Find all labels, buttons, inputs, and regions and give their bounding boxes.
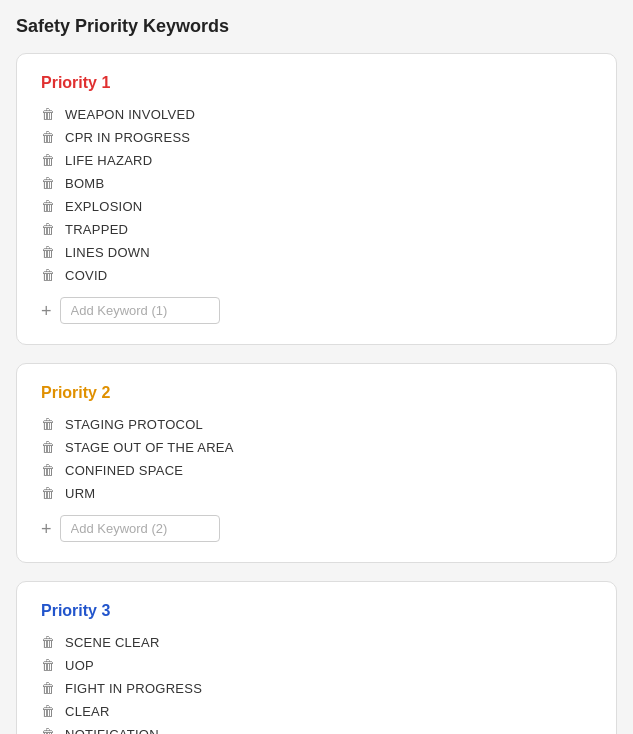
- keyword-row: 🗑CPR IN PROGRESS: [41, 129, 592, 145]
- delete-keyword-icon[interactable]: 🗑: [41, 152, 55, 168]
- add-keyword-input-1[interactable]: [60, 297, 220, 324]
- add-keyword-row: +: [41, 515, 592, 542]
- keyword-text: STAGING PROTOCOL: [65, 417, 203, 432]
- delete-keyword-icon[interactable]: 🗑: [41, 485, 55, 501]
- delete-keyword-icon[interactable]: 🗑: [41, 657, 55, 673]
- keyword-row: 🗑NOTIFICATION: [41, 726, 592, 734]
- keyword-row: 🗑FIGHT IN PROGRESS: [41, 680, 592, 696]
- keyword-row: 🗑UOP: [41, 657, 592, 673]
- keyword-text: LIFE HAZARD: [65, 153, 152, 168]
- delete-keyword-icon[interactable]: 🗑: [41, 680, 55, 696]
- keyword-text: CPR IN PROGRESS: [65, 130, 190, 145]
- keyword-text: CLEAR: [65, 704, 110, 719]
- keyword-text: COVID: [65, 268, 107, 283]
- delete-keyword-icon[interactable]: 🗑: [41, 198, 55, 214]
- priority-card-1: Priority 1🗑WEAPON INVOLVED🗑CPR IN PROGRE…: [16, 53, 617, 345]
- keyword-row: 🗑SCENE CLEAR: [41, 634, 592, 650]
- add-keyword-input-2[interactable]: [60, 515, 220, 542]
- keyword-row: 🗑WEAPON INVOLVED: [41, 106, 592, 122]
- priority-card-2: Priority 2🗑STAGING PROTOCOL🗑STAGE OUT OF…: [16, 363, 617, 563]
- priority-3-label: Priority 3: [41, 602, 592, 620]
- keyword-text: FIGHT IN PROGRESS: [65, 681, 202, 696]
- keyword-text: CONFINED SPACE: [65, 463, 183, 478]
- add-keyword-row: +: [41, 297, 592, 324]
- keyword-text: STAGE OUT OF THE AREA: [65, 440, 234, 455]
- delete-keyword-icon[interactable]: 🗑: [41, 416, 55, 432]
- keyword-row: 🗑STAGE OUT OF THE AREA: [41, 439, 592, 455]
- keyword-text: WEAPON INVOLVED: [65, 107, 195, 122]
- keyword-text: URM: [65, 486, 95, 501]
- priority-card-3: Priority 3🗑SCENE CLEAR🗑UOP🗑FIGHT IN PROG…: [16, 581, 617, 734]
- delete-keyword-icon[interactable]: 🗑: [41, 221, 55, 237]
- delete-keyword-icon[interactable]: 🗑: [41, 726, 55, 734]
- delete-keyword-icon[interactable]: 🗑: [41, 439, 55, 455]
- priority-2-label: Priority 2: [41, 384, 592, 402]
- delete-keyword-icon[interactable]: 🗑: [41, 462, 55, 478]
- keyword-text: SCENE CLEAR: [65, 635, 160, 650]
- delete-keyword-icon[interactable]: 🗑: [41, 244, 55, 260]
- keyword-row: 🗑LIFE HAZARD: [41, 152, 592, 168]
- page-title: Safety Priority Keywords: [16, 16, 617, 37]
- delete-keyword-icon[interactable]: 🗑: [41, 634, 55, 650]
- delete-keyword-icon[interactable]: 🗑: [41, 703, 55, 719]
- delete-keyword-icon[interactable]: 🗑: [41, 267, 55, 283]
- keyword-text: BOMB: [65, 176, 104, 191]
- keyword-row: 🗑CLEAR: [41, 703, 592, 719]
- keyword-text: NOTIFICATION: [65, 727, 159, 735]
- keyword-row: 🗑CONFINED SPACE: [41, 462, 592, 478]
- add-keyword-icon[interactable]: +: [41, 302, 52, 320]
- keyword-row: 🗑BOMB: [41, 175, 592, 191]
- keyword-text: TRAPPED: [65, 222, 128, 237]
- keyword-text: UOP: [65, 658, 94, 673]
- delete-keyword-icon[interactable]: 🗑: [41, 106, 55, 122]
- delete-keyword-icon[interactable]: 🗑: [41, 129, 55, 145]
- keyword-row: 🗑TRAPPED: [41, 221, 592, 237]
- keyword-row: 🗑STAGING PROTOCOL: [41, 416, 592, 432]
- add-keyword-icon[interactable]: +: [41, 520, 52, 538]
- delete-keyword-icon[interactable]: 🗑: [41, 175, 55, 191]
- keyword-row: 🗑LINES DOWN: [41, 244, 592, 260]
- keyword-row: 🗑EXPLOSION: [41, 198, 592, 214]
- keyword-text: LINES DOWN: [65, 245, 150, 260]
- priority-1-label: Priority 1: [41, 74, 592, 92]
- keyword-row: 🗑URM: [41, 485, 592, 501]
- keyword-row: 🗑COVID: [41, 267, 592, 283]
- keyword-text: EXPLOSION: [65, 199, 142, 214]
